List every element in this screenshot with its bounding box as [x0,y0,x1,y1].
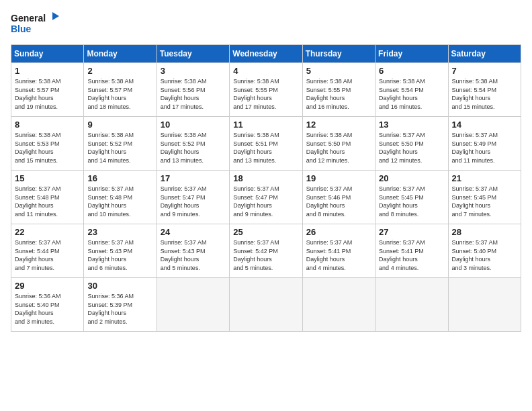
weekday-header: Thursday [302,45,375,63]
day-number: 1 [15,66,80,76]
day-info: Sunrise: 5:38 AM Sunset: 5:57 PM Dayligh… [15,77,80,111]
day-info: Sunrise: 5:37 AM Sunset: 5:46 PM Dayligh… [306,185,371,218]
day-number: 24 [161,227,226,237]
day-number: 10 [161,120,226,130]
calendar-cell: 9 Sunrise: 5:38 AM Sunset: 5:52 PM Dayli… [84,117,157,171]
calendar-cell: 3 Sunrise: 5:38 AM Sunset: 5:56 PM Dayli… [157,63,229,117]
day-number: 9 [87,120,152,130]
calendar-cell [157,278,229,332]
calendar-cell: 28 Sunrise: 5:37 AM Sunset: 5:40 PM Dayl… [448,224,521,278]
calendar-cell: 10 Sunrise: 5:38 AM Sunset: 5:52 PM Dayl… [157,117,229,171]
calendar-cell: 6 Sunrise: 5:38 AM Sunset: 5:54 PM Dayli… [375,63,448,117]
calendar-row: 8 Sunrise: 5:38 AM Sunset: 5:53 PM Dayli… [11,117,521,171]
day-info: Sunrise: 5:37 AM Sunset: 5:42 PM Dayligh… [233,238,298,272]
calendar-cell: 24 Sunrise: 5:37 AM Sunset: 5:43 PM Dayl… [157,224,229,278]
calendar-cell: 8 Sunrise: 5:38 AM Sunset: 5:53 PM Dayli… [11,117,84,171]
calendar-cell: 1 Sunrise: 5:38 AM Sunset: 5:57 PM Dayli… [11,63,84,117]
day-number: 20 [379,173,444,183]
day-number: 3 [161,66,226,76]
logo: General Blue [11,11,64,38]
calendar-cell [375,278,448,332]
day-number: 26 [306,227,371,237]
calendar-cell: 12 Sunrise: 5:38 AM Sunset: 5:50 PM Dayl… [302,117,375,171]
day-info: Sunrise: 5:37 AM Sunset: 5:50 PM Dayligh… [379,131,444,165]
day-info: Sunrise: 5:37 AM Sunset: 5:44 PM Dayligh… [15,238,80,272]
calendar-cell: 11 Sunrise: 5:38 AM Sunset: 5:51 PM Dayl… [230,117,302,171]
day-info: Sunrise: 5:37 AM Sunset: 5:49 PM Dayligh… [452,131,517,165]
svg-marker-2 [52,12,59,20]
day-info: Sunrise: 5:38 AM Sunset: 5:53 PM Dayligh… [15,131,80,165]
calendar-row: 29 Sunrise: 5:36 AM Sunset: 5:40 PM Dayl… [11,278,521,332]
day-info: Sunrise: 5:37 AM Sunset: 5:47 PM Dayligh… [233,185,298,218]
day-number: 23 [87,227,152,237]
day-number: 5 [306,66,371,76]
calendar-cell: 23 Sunrise: 5:37 AM Sunset: 5:43 PM Dayl… [84,224,157,278]
calendar-cell: 17 Sunrise: 5:37 AM Sunset: 5:47 PM Dayl… [157,171,229,224]
weekday-header: Saturday [448,45,521,63]
calendar-cell [448,278,521,332]
day-number: 6 [379,66,444,76]
calendar-cell: 7 Sunrise: 5:38 AM Sunset: 5:54 PM Dayli… [448,63,521,117]
calendar-table: SundayMondayTuesdayWednesdayThursdayFrid… [11,44,521,332]
day-number: 22 [15,227,80,237]
day-number: 16 [87,173,152,183]
day-info: Sunrise: 5:38 AM Sunset: 5:52 PM Dayligh… [161,131,226,165]
calendar-cell: 2 Sunrise: 5:38 AM Sunset: 5:57 PM Dayli… [84,63,157,117]
calendar-body: 1 Sunrise: 5:38 AM Sunset: 5:57 PM Dayli… [11,63,521,332]
day-info: Sunrise: 5:37 AM Sunset: 5:41 PM Dayligh… [306,238,371,272]
calendar-cell: 26 Sunrise: 5:37 AM Sunset: 5:41 PM Dayl… [302,224,375,278]
day-number: 21 [452,173,517,183]
day-info: Sunrise: 5:38 AM Sunset: 5:56 PM Dayligh… [161,77,226,111]
calendar-cell: 25 Sunrise: 5:37 AM Sunset: 5:42 PM Dayl… [230,224,302,278]
svg-text:General: General [11,13,46,24]
weekday-header: Wednesday [230,45,302,63]
day-number: 8 [15,120,80,130]
calendar-cell: 15 Sunrise: 5:37 AM Sunset: 5:48 PM Dayl… [11,171,84,224]
calendar-cell: 21 Sunrise: 5:37 AM Sunset: 5:45 PM Dayl… [448,171,521,224]
day-info: Sunrise: 5:38 AM Sunset: 5:50 PM Dayligh… [306,131,371,165]
calendar-cell: 30 Sunrise: 5:36 AM Sunset: 5:39 PM Dayl… [84,278,157,332]
weekday-header: Sunday [11,45,84,63]
day-number: 25 [233,227,298,237]
day-info: Sunrise: 5:38 AM Sunset: 5:55 PM Dayligh… [233,77,298,111]
day-number: 17 [161,173,226,183]
day-number: 29 [15,281,80,291]
calendar-cell: 14 Sunrise: 5:37 AM Sunset: 5:49 PM Dayl… [448,117,521,171]
calendar-cell: 16 Sunrise: 5:37 AM Sunset: 5:48 PM Dayl… [84,171,157,224]
day-info: Sunrise: 5:37 AM Sunset: 5:45 PM Dayligh… [379,185,444,218]
day-info: Sunrise: 5:38 AM Sunset: 5:51 PM Dayligh… [233,131,298,165]
weekday-header: Monday [84,45,157,63]
day-number: 4 [233,66,298,76]
calendar-cell: 13 Sunrise: 5:37 AM Sunset: 5:50 PM Dayl… [375,117,448,171]
day-info: Sunrise: 5:37 AM Sunset: 5:43 PM Dayligh… [87,238,152,272]
day-number: 18 [233,173,298,183]
calendar-cell: 5 Sunrise: 5:38 AM Sunset: 5:55 PM Dayli… [302,63,375,117]
weekday-header: Tuesday [157,45,229,63]
day-number: 19 [306,173,371,183]
calendar-cell: 27 Sunrise: 5:37 AM Sunset: 5:41 PM Dayl… [375,224,448,278]
day-number: 7 [452,66,517,76]
calendar-cell [302,278,375,332]
logo-graphic: General Blue [11,11,64,38]
calendar-cell [230,278,302,332]
day-info: Sunrise: 5:38 AM Sunset: 5:54 PM Dayligh… [452,77,517,111]
day-number: 14 [452,120,517,130]
day-number: 13 [379,120,444,130]
day-info: Sunrise: 5:36 AM Sunset: 5:40 PM Dayligh… [15,292,80,326]
day-info: Sunrise: 5:37 AM Sunset: 5:45 PM Dayligh… [452,185,517,218]
day-number: 2 [87,66,152,76]
weekday-header: Friday [375,45,448,63]
day-number: 27 [379,227,444,237]
calendar-header: SundayMondayTuesdayWednesdayThursdayFrid… [11,45,521,63]
calendar-row: 22 Sunrise: 5:37 AM Sunset: 5:44 PM Dayl… [11,224,521,278]
calendar-row: 15 Sunrise: 5:37 AM Sunset: 5:48 PM Dayl… [11,171,521,224]
svg-text:Blue: Blue [11,24,32,34]
calendar-cell: 4 Sunrise: 5:38 AM Sunset: 5:55 PM Dayli… [230,63,302,117]
day-info: Sunrise: 5:38 AM Sunset: 5:52 PM Dayligh… [87,131,152,165]
calendar-cell: 19 Sunrise: 5:37 AM Sunset: 5:46 PM Dayl… [302,171,375,224]
day-info: Sunrise: 5:37 AM Sunset: 5:47 PM Dayligh… [161,185,226,218]
day-info: Sunrise: 5:38 AM Sunset: 5:57 PM Dayligh… [87,77,152,111]
day-number: 15 [15,173,80,183]
day-info: Sunrise: 5:37 AM Sunset: 5:40 PM Dayligh… [452,238,517,272]
day-number: 28 [452,227,517,237]
